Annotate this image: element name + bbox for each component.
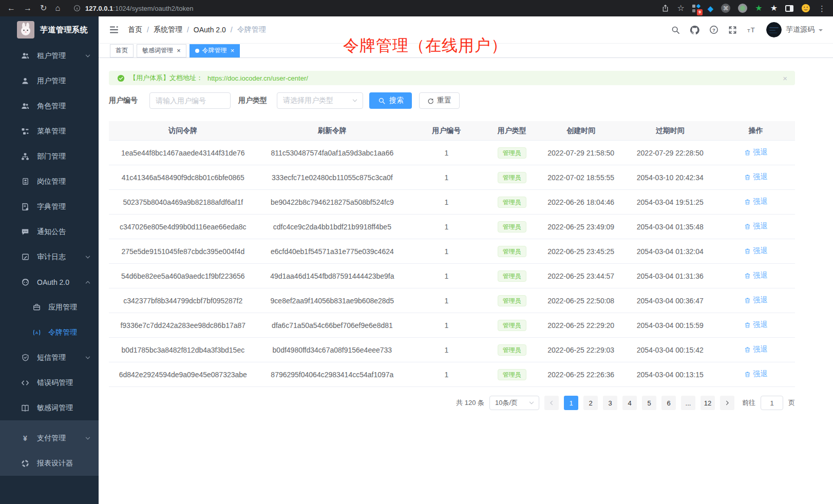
audit-icon xyxy=(21,253,30,262)
green-star-extension-icon[interactable]: ★ xyxy=(755,4,762,12)
book-icon xyxy=(21,403,30,413)
force-logout-button[interactable]: 强退 xyxy=(744,345,767,354)
user-menu[interactable]: 芋道源码 xyxy=(766,22,823,37)
close-icon[interactable]: × xyxy=(783,74,787,83)
tab-令牌管理[interactable]: 令牌管理× xyxy=(190,44,240,57)
force-logout-button[interactable]: 强退 xyxy=(744,172,767,182)
created-time-cell: 2022-06-25 22:29:20 xyxy=(538,321,623,329)
breadcrumb-item[interactable]: OAuth 2.0 xyxy=(194,26,226,34)
sidebar-item-report-designer[interactable]: 报表设计器 xyxy=(0,451,99,476)
breadcrumb-item[interactable]: 系统管理 xyxy=(154,25,182,34)
browser-home-icon[interactable]: ⌂ xyxy=(55,4,60,12)
user-id-input[interactable] xyxy=(149,92,231,109)
trash-icon xyxy=(744,322,751,328)
browser-reload-icon[interactable]: ↻ xyxy=(40,4,47,12)
sidebar-item-oauth2-application[interactable]: 应用管理 xyxy=(0,295,99,320)
sidebar-item-oauth2[interactable]: OAuth 2.0 xyxy=(0,269,99,295)
sidebar-item-sms-management[interactable]: 短信管理 xyxy=(0,345,99,370)
share-icon[interactable] xyxy=(661,4,669,12)
page-button-12[interactable]: 12 xyxy=(701,396,715,410)
sidebar-item-menu-management[interactable]: 菜单管理 xyxy=(0,119,99,144)
browser-menu-icon[interactable]: ⋮ xyxy=(818,5,826,12)
refresh-token-cell: cdfc4ce9c2da4bb1bdf21b9918ff4be5 xyxy=(257,223,408,231)
user-type-select[interactable]: 请选择用户类型 xyxy=(277,92,363,109)
github-icon[interactable] xyxy=(690,25,699,35)
sidepanel-icon[interactable] xyxy=(785,5,793,12)
sidebar-item-post-management[interactable]: 岗位管理 xyxy=(0,169,99,194)
page-button-5[interactable]: 5 xyxy=(642,396,656,410)
page-size-select[interactable]: 10条/页 xyxy=(489,396,539,410)
trash-icon xyxy=(744,273,751,279)
sidebar-item-audit-log[interactable]: 审计日志 xyxy=(0,244,99,269)
address-bar[interactable]: 127.0.0.1:1024/system/oauth2/token xyxy=(73,5,193,12)
sidebar-menu: 租户管理用户管理角色管理菜单管理部门管理岗位管理字典管理通知公告审计日志OAut… xyxy=(0,43,99,476)
site-info-icon[interactable] xyxy=(73,5,81,12)
font-size-icon[interactable]: TT xyxy=(747,26,756,34)
breadcrumb-item[interactable]: 首页 xyxy=(128,25,142,34)
sidebar-item-pay-management[interactable]: ¥支付管理 xyxy=(0,425,99,451)
search-button[interactable]: 搜索 xyxy=(369,92,412,109)
recorder-extension-icon[interactable] xyxy=(738,4,747,13)
svg-text:A: A xyxy=(35,330,38,335)
sidebar-item-oauth2-token[interactable]: A令牌管理 xyxy=(0,320,99,345)
sidebar-item-role-management[interactable]: 角色管理 xyxy=(0,93,99,119)
reset-button[interactable]: 重置 xyxy=(419,92,460,109)
access-token-cell: c347026e805e4d99b0d116eae66eda8c xyxy=(109,223,257,231)
goto-page-input[interactable] xyxy=(761,396,783,410)
force-logout-button[interactable]: 强退 xyxy=(744,320,767,329)
command-extension-icon[interactable]: ⌘ xyxy=(721,4,730,13)
app-logo[interactable]: 芋道管理系统 xyxy=(0,16,99,43)
token-table: 访问令牌刷新令牌用户编号用户类型创建时间过期时间操作 1ea5e44f8bc14… xyxy=(109,121,795,387)
sidebar-item-user-management[interactable]: 用户管理 xyxy=(0,68,99,93)
doc-link[interactable]: https://doc.iocoder.cn/user-center/ xyxy=(207,74,308,82)
sidebar-item-sensitive-word-management[interactable]: 敏感词管理 xyxy=(0,395,99,420)
help-icon[interactable]: ? xyxy=(709,25,718,34)
prev-page-button[interactable] xyxy=(544,396,559,410)
fullscreen-icon[interactable] xyxy=(728,26,737,34)
svg-text:T: T xyxy=(751,26,755,34)
bookmark-star-icon[interactable]: ☆ xyxy=(677,4,684,12)
collapse-menu-icon[interactable] xyxy=(109,25,119,35)
gem-extension-icon[interactable]: ◆ xyxy=(708,5,714,12)
tab-首页[interactable]: 首页 xyxy=(110,44,134,57)
page-button-2[interactable]: 2 xyxy=(583,396,598,410)
search-icon[interactable] xyxy=(671,26,680,34)
browser-forward-icon[interactable]: → xyxy=(24,4,32,12)
sidebar-item-dept-management[interactable]: 部门管理 xyxy=(0,144,99,169)
sidebar-item-dict-management[interactable]: 字典管理 xyxy=(0,194,99,219)
sidebar-item-tenant-management[interactable]: 租户管理 xyxy=(0,43,99,68)
force-logout-button[interactable]: 强退 xyxy=(744,222,767,231)
refresh-token-cell: 9ce8ef2aa9f14056b831ae9b608e28d5 xyxy=(257,297,408,305)
access-token-cell: b0d1785bc3a8482f812db4a3f3bd15ec xyxy=(109,346,257,354)
page-button-6[interactable]: 6 xyxy=(661,396,676,410)
force-logout-button[interactable]: 强退 xyxy=(744,271,767,280)
browser-back-icon[interactable]: ← xyxy=(7,4,15,12)
more-pages-button[interactable]: ... xyxy=(681,396,695,410)
force-logout-button[interactable]: 强退 xyxy=(744,370,767,379)
chevron-down-icon xyxy=(528,400,535,406)
force-logout-button[interactable]: 强退 xyxy=(744,148,767,157)
created-time-cell: 2022-07-02 18:55:55 xyxy=(538,173,623,182)
extension-icon[interactable]: 9 xyxy=(692,5,700,12)
close-icon[interactable]: × xyxy=(231,47,235,54)
tab-敏感词管理[interactable]: 敏感词管理× xyxy=(137,44,186,57)
sidebar-item-notice-announcement[interactable]: 通知公告 xyxy=(0,219,99,244)
next-page-button[interactable] xyxy=(720,396,734,410)
user-id-cell: 1 xyxy=(407,173,485,182)
page-button-4[interactable]: 4 xyxy=(622,396,637,410)
close-icon[interactable]: × xyxy=(177,47,181,54)
force-logout-button[interactable]: 强退 xyxy=(744,246,767,256)
sidebar-item-error-code-management[interactable]: 错误码管理 xyxy=(0,370,99,395)
action-cell: 强退 xyxy=(717,148,795,158)
expire-time-cell: 2054-03-04 01:35:48 xyxy=(623,223,717,231)
page-button-3[interactable]: 3 xyxy=(603,396,617,410)
column-header: 过期时间 xyxy=(623,126,717,135)
profile-avatar-icon[interactable] xyxy=(801,4,810,13)
refresh-token-cell: e6cfd40eb1f54571a31e775e039c4624 xyxy=(257,247,408,256)
force-logout-button[interactable]: 强退 xyxy=(744,296,767,305)
org-icon xyxy=(21,152,30,161)
pinwheel-extension-icon[interactable]: ★ xyxy=(770,4,778,12)
chevron-down-icon xyxy=(85,435,91,441)
force-logout-button[interactable]: 强退 xyxy=(744,197,767,206)
page-button-1[interactable]: 1 xyxy=(564,396,578,410)
